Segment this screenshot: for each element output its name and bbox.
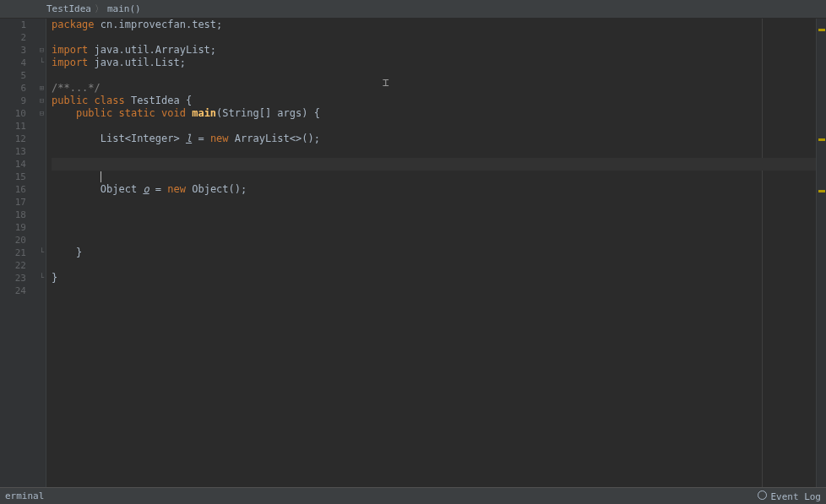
breadcrumb-separator-icon: 〉 [95, 3, 104, 15]
code-line[interactable]: public static void main(String[] args) { [52, 107, 816, 120]
code-line[interactable]: } [52, 247, 816, 259]
fold-close-icon[interactable]: └ [38, 57, 46, 69]
code-line-current[interactable] [52, 158, 816, 171]
code-editor[interactable]: ⌶ package cn.improvecfan.test; import ja… [46, 19, 816, 487]
line-number[interactable]: 5 [0, 69, 26, 82]
code-line[interactable]: package cn.improvecfan.test; [52, 19, 816, 31]
line-number[interactable]: 18 [0, 209, 26, 221]
fold-none [38, 221, 46, 234]
code-line[interactable]: Object o = new Object(); [52, 183, 816, 196]
fold-open-icon[interactable]: ⊟ [38, 107, 46, 120]
code-line[interactable] [52, 209, 816, 221]
line-number[interactable]: 14 [0, 158, 26, 171]
line-number-gutter[interactable]: 1 2 3 4 5 6 9 10 11 12 13 14 15 16 17 18… [0, 19, 38, 487]
fold-none [38, 158, 46, 171]
code-line[interactable] [52, 259, 816, 272]
line-number[interactable]: 24 [0, 285, 26, 297]
fold-none [38, 19, 46, 31]
code-line[interactable] [52, 221, 816, 234]
fold-open-icon[interactable]: ⊟ [38, 95, 46, 107]
fold-none [38, 69, 46, 82]
code-line[interactable] [52, 285, 816, 297]
fold-none [38, 133, 46, 145]
line-number[interactable]: 10 [0, 107, 26, 120]
fold-collapsed-icon[interactable]: ⊞ [38, 82, 46, 95]
fold-none [38, 31, 46, 44]
breadcrumb-method[interactable]: main() [107, 3, 141, 14]
warning-marker[interactable] [818, 190, 825, 192]
code-line[interactable]: import java.util.ArrayList; [52, 44, 816, 57]
line-number[interactable]: 23 [0, 272, 26, 285]
line-number[interactable]: 15 [0, 171, 26, 183]
editor-container: 1 2 3 4 5 6 9 10 11 12 13 14 15 16 17 18… [0, 19, 826, 487]
code-line[interactable]: public class TestIdea { [52, 95, 816, 107]
event-log-icon [758, 490, 767, 500]
code-line[interactable] [52, 120, 816, 133]
line-number[interactable]: 17 [0, 196, 26, 209]
code-line[interactable] [52, 145, 816, 158]
fold-none [38, 183, 46, 196]
code-line[interactable] [52, 196, 816, 209]
code-line[interactable]: List<Integer> l = new ArrayList<>(); [52, 133, 816, 145]
line-number[interactable]: 4 [0, 57, 26, 69]
code-line[interactable] [52, 234, 816, 247]
line-number[interactable]: 22 [0, 259, 26, 272]
fold-none [38, 171, 46, 183]
text-caret [101, 171, 101, 182]
line-number[interactable]: 21 [0, 247, 26, 259]
line-number[interactable]: 20 [0, 234, 26, 247]
code-line[interactable]: } [52, 272, 816, 285]
fold-close-icon[interactable]: └ [38, 247, 46, 259]
code-line[interactable]: /**...*/ [52, 82, 816, 95]
fold-none [38, 285, 46, 297]
event-log-button[interactable]: Event Log [758, 490, 821, 502]
line-number[interactable]: 16 [0, 183, 26, 196]
fold-close-icon[interactable]: └ [38, 272, 46, 285]
fold-none [38, 145, 46, 158]
warning-marker[interactable] [818, 138, 825, 141]
line-number[interactable]: 9 [0, 95, 26, 107]
code-line[interactable] [52, 171, 816, 183]
line-number[interactable]: 6 [0, 82, 26, 95]
warning-marker[interactable] [818, 29, 825, 31]
current-line-highlight [52, 158, 816, 171]
status-bar: erminal Event Log [0, 487, 826, 504]
fold-none [38, 120, 46, 133]
code-line[interactable]: import java.util.List; [52, 57, 816, 69]
fold-open-icon[interactable]: ⊟ [38, 44, 46, 57]
line-number[interactable]: 12 [0, 133, 26, 145]
line-number[interactable]: 1 [0, 19, 26, 31]
code-line[interactable] [52, 69, 816, 82]
fold-none [38, 234, 46, 247]
folding-gutter[interactable]: ⊟ └ ⊞ ⊟ ⊟ └ └ [38, 19, 46, 487]
error-stripe-rail[interactable] [816, 19, 826, 487]
editor-body: 1 2 3 4 5 6 9 10 11 12 13 14 15 16 17 18… [0, 19, 826, 487]
terminal-tool-button[interactable]: erminal [5, 490, 44, 501]
line-number[interactable]: 11 [0, 120, 26, 133]
line-number[interactable]: 13 [0, 145, 26, 158]
fold-none [38, 259, 46, 272]
breadcrumb-class[interactable]: TestIdea [46, 3, 91, 14]
line-number[interactable]: 3 [0, 44, 26, 57]
line-number[interactable]: 19 [0, 221, 26, 234]
code-line[interactable] [52, 31, 816, 44]
line-number[interactable]: 2 [0, 31, 26, 44]
breadcrumb-bar[interactable]: TestIdea 〉 main() [0, 0, 826, 19]
fold-none [38, 196, 46, 209]
fold-none [38, 209, 46, 221]
